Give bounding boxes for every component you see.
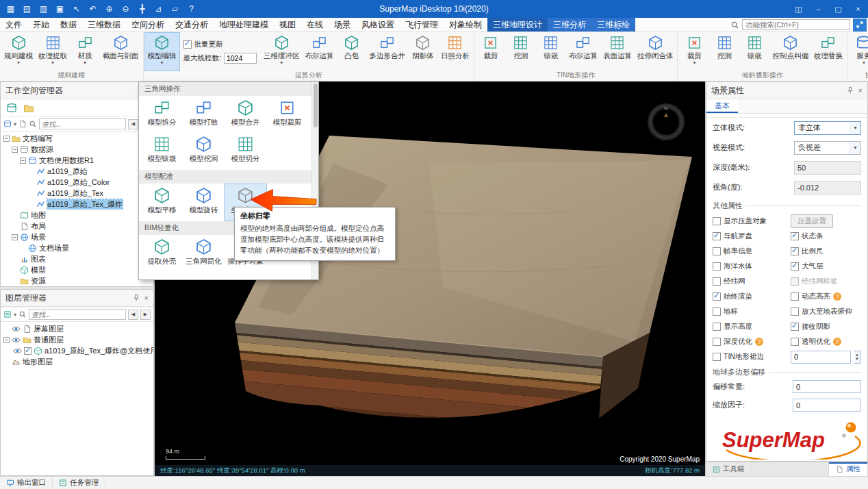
tin-dig-hole-button[interactable]: 挖洞 [506,33,536,71]
new-icon[interactable]: ▤ [19,1,35,16]
receive-shadow-checkbox[interactable]: 接收阴影 [791,320,861,334]
tree-node-datasources[interactable]: −数据源 [1,144,153,155]
prev-result-button[interactable]: ◀ [128,119,138,129]
measure-icon[interactable]: ⊿ [151,1,166,16]
pointer-icon[interactable]: ↖ [68,1,84,16]
save-all-icon[interactable]: ▣ [52,1,68,16]
prev-result-button[interactable]: ◀ [128,310,138,320]
overlay-settings-button[interactable]: 压盖设置 [791,214,833,228]
save-icon[interactable]: ▥ [36,1,51,16]
checkbox-icon[interactable] [713,338,721,346]
tin-extrude-closure-button[interactable]: 拉伸闭合体 [635,33,676,71]
close-panel-icon[interactable]: × [858,86,863,95]
scale-bar-checkbox[interactable]: 比例尺 [791,244,861,258]
offset-constant-input[interactable] [793,380,861,393]
tab-flight-management[interactable]: 飞行管理 [400,18,444,32]
pan-icon[interactable]: ╋ [134,1,150,16]
always-render-checkbox[interactable]: 始终渲染 [713,290,791,303]
convex-hull-button[interactable]: 凸包 [336,33,366,71]
tab-geoprocessing[interactable]: 地理处理建模 [214,18,274,32]
tin-skirt-checkbox[interactable]: TIN地形裙边 [713,350,791,364]
view-angle-input[interactable] [794,181,861,195]
ocean-water-checkbox[interactable]: 海洋水体 [713,260,791,273]
toolbox-tab[interactable]: 工具箱 [706,462,752,476]
tab-object-drawing[interactable]: 对象绘制 [444,18,487,32]
transparency-optimize-checkbox[interactable]: 透明优化? [791,335,861,349]
oblique-dig-hole-button[interactable]: 挖洞 [709,33,739,71]
task-manager-tab[interactable]: 任务管理 [53,477,105,489]
mesh-simplify-item[interactable]: 三角网简化 [183,236,225,272]
compass-navigation[interactable]: N [646,102,686,142]
scale-factor-input[interactable] [793,399,861,412]
help-badge-icon[interactable]: ? [833,292,841,301]
model-merge-item[interactable]: 模型合并 [225,97,266,133]
tree-node-workspace-root[interactable]: −文档编写 [1,133,153,144]
tab-style-settings[interactable]: 风格设置 [356,18,400,32]
layer-node-model[interactable]: a1019_原始_Tex_爆炸@文档使用数据R1 [1,345,153,356]
depth-input[interactable] [794,161,861,175]
tree-node-models[interactable]: 模型 [1,264,153,275]
stereo-mode-select[interactable]: 非立体▼ [794,121,861,135]
next-result-button[interactable]: ▶ [140,310,151,320]
checkbox-icon[interactable] [183,40,192,49]
minimize-button[interactable]: – [808,1,828,16]
undo-icon[interactable]: ↶ [85,1,101,16]
layer-node-terrain[interactable]: 地形图层 [1,356,153,367]
layer-checkbox[interactable] [24,347,31,355]
checkbox-icon[interactable] [713,353,721,361]
tin-skirt-input[interactable] [791,351,851,364]
tab-scene[interactable]: 场景 [329,18,356,32]
maximize-button[interactable]: ▢ [828,1,848,16]
service-button[interactable]: 服务▾ [849,33,868,71]
zoom-to-surface-checkbox[interactable]: 放大至地表俯仰 [791,305,861,318]
tab-3d-analysis[interactable]: 三维分析 [548,18,591,32]
checkbox-icon[interactable] [791,247,799,255]
output-window-tab[interactable]: 输出窗口 [0,477,53,489]
workspace-search-input[interactable] [39,118,126,129]
tree-node-dataset[interactable]: a1019_原始 [1,166,153,177]
zoom-in-icon[interactable]: ⊕ [101,1,117,16]
tree-node-dataset[interactable]: a1019_原始_Tex [1,188,153,199]
visibility-eye-icon[interactable] [12,325,21,334]
search-icon[interactable] [18,310,27,318]
tin-clip-button[interactable]: 裁剪 [476,33,506,71]
checkbox-icon[interactable] [713,217,721,225]
page-filter-icon[interactable] [18,120,27,128]
visibility-eye-icon[interactable] [12,336,21,344]
zoom-out-icon[interactable]: ⊖ [118,1,133,16]
texture-replace-button[interactable]: 纹理替换 [811,33,845,71]
tab-file[interactable]: 文件 [0,18,27,32]
show-height-checkbox[interactable]: 显示高度 [713,320,791,334]
tab-traffic-analysis[interactable]: 交通分析 [170,18,214,32]
layers-icon[interactable] [3,310,12,318]
texture-extract-button[interactable]: 纹理提取▾ [36,33,70,71]
checkbox-icon[interactable] [713,277,721,286]
tin-boolean-button[interactable]: 布尔运算 [566,33,600,71]
tree-node-scene-item[interactable]: 文档场景 [1,242,153,253]
status-bar-checkbox[interactable]: 状态条 [791,229,861,243]
checkbox-icon[interactable] [791,323,799,331]
oblique-mosaic-button[interactable]: 镶嵌 [739,33,769,71]
model-mosaic-item[interactable]: 模型镶嵌 [141,133,183,169]
tree-node-dataset-selected[interactable]: a1019_原始_Tex_爆炸 [1,199,153,210]
layer-search-input[interactable] [29,309,126,320]
checkbox-icon[interactable] [713,232,721,240]
datasource-icon[interactable] [6,103,17,114]
checkbox-icon[interactable] [791,232,799,240]
tab-3d-geodesign[interactable]: 三维地理设计 [487,18,548,32]
checkbox-icon[interactable] [713,292,721,301]
shadow-volume-button[interactable]: 阴影体 [408,33,438,71]
tin-mosaic-button[interactable]: 镶嵌 [536,33,566,71]
checkbox-icon[interactable] [713,323,721,331]
boolean-operation-button[interactable]: 布尔运算 [302,33,336,71]
rule-modeling-button[interactable]: 规则建模▾ [1,33,36,71]
tab-data[interactable]: 数据 [55,18,82,32]
sunlight-analysis-button[interactable]: 日照分析 [438,33,472,71]
landmark-checkbox[interactable]: 地标 [713,305,791,318]
navigation-compass-checkbox[interactable]: 导航罗盘 [713,229,791,243]
folder-icon[interactable]: ▱ [167,1,183,16]
max-threads-input[interactable] [224,53,257,64]
oblique-clip-button[interactable]: 裁剪▾ [679,33,709,71]
model-edit-button[interactable]: 模型编辑▾ [145,33,179,71]
3d-buffer-button[interactable]: 三维缓冲区▾ [261,33,303,71]
